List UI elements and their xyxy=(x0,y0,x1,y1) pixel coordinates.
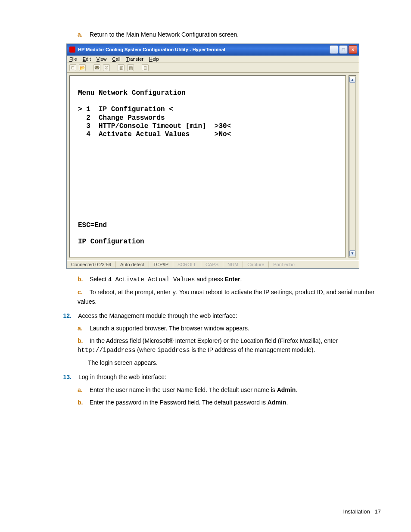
step-13b-text: Enter the password in the Password field… xyxy=(90,399,288,406)
marker-c: c. xyxy=(78,288,84,297)
tool-new-icon[interactable]: 🗋 xyxy=(69,64,76,71)
page-footer: Installation 17 xyxy=(343,508,381,515)
status-echo: Print echo xyxy=(269,261,299,268)
tool-open-icon[interactable]: 📂 xyxy=(79,64,86,71)
window-titlebar[interactable]: HP Modular Cooling System Configuration … xyxy=(67,44,359,56)
step-12b: b. In the Address field (Microsoft® Inte… xyxy=(78,336,385,355)
marker-12a: a. xyxy=(78,324,84,333)
step-c: c. To reboot, at the prompt, enter y. Yo… xyxy=(78,288,385,306)
tool-send-icon[interactable]: ▥ xyxy=(118,64,125,71)
step-13a: a. Enter the user name in the User Name … xyxy=(78,386,385,395)
maximize-button[interactable]: □ xyxy=(339,45,348,54)
status-auto: Auto detect xyxy=(116,261,149,268)
menu-call[interactable]: Call xyxy=(112,56,121,62)
app-icon xyxy=(69,47,75,53)
window-title: HP Modular Cooling System Configuration … xyxy=(78,47,225,52)
scrollbar[interactable]: ▲ ▼ xyxy=(349,75,356,258)
status-connected: Connected 0:23:56 xyxy=(67,261,116,268)
marker-13a: a. xyxy=(78,386,84,395)
toolbar: 🗋 📂 ☎ ✆ ▥ ▤ ⌸ xyxy=(67,63,359,73)
step-13a-text: Enter the user name in the User Name fie… xyxy=(90,386,297,393)
step-12: 12. Access the Management module through… xyxy=(62,311,385,321)
marker-b: b. xyxy=(78,275,84,284)
marker-a: a. xyxy=(78,30,84,39)
marker-12: 12. xyxy=(62,311,72,321)
step-12a-text: Launch a supported browser. The browser … xyxy=(90,325,249,332)
menu-help[interactable]: Help xyxy=(149,56,159,62)
tool-properties-icon[interactable]: ⌸ xyxy=(142,64,149,71)
menu-edit[interactable]: Edit xyxy=(83,56,91,62)
step-12-text: Access the Management module through the… xyxy=(78,312,237,319)
terminal-output[interactable]: Menu Network Configuration > 1 IP Config… xyxy=(69,75,346,258)
status-scroll: SCROLL xyxy=(173,261,201,268)
menu-view[interactable]: View xyxy=(97,56,107,62)
status-num: NUM xyxy=(223,261,243,268)
step-b: b. Select 4 Activate Actual Values and p… xyxy=(78,275,385,284)
marker-13: 13. xyxy=(62,373,72,382)
step-12b-line2: The login screen appears. xyxy=(78,358,385,367)
window-controls: _ □ × xyxy=(330,45,357,54)
marker-13b: b. xyxy=(78,398,84,407)
step-13b: b. Enter the password in the Password fi… xyxy=(78,398,385,407)
step-c-text: To reboot, at the prompt, enter y. You m… xyxy=(78,289,375,305)
step-12b-text: In the Address field (Microsoft® Interne… xyxy=(78,337,338,353)
tool-receive-icon[interactable]: ▤ xyxy=(127,64,134,71)
step-13-text: Log in through the web interface: xyxy=(78,373,166,380)
menu-transfer[interactable]: Transfer xyxy=(126,56,143,62)
tool-connect-icon[interactable]: ☎ xyxy=(93,64,100,71)
status-capture: Capture xyxy=(243,261,269,268)
step-a-text: Return to the Main Menu Network Configur… xyxy=(90,31,239,38)
statusbar: Connected 0:23:56 Auto detect TCP/IP SCR… xyxy=(67,260,359,268)
menubar[interactable]: File Edit View Call Transfer Help xyxy=(67,56,359,63)
tool-disconnect-icon[interactable]: ✆ xyxy=(103,64,110,71)
status-caps: CAPS xyxy=(201,261,223,268)
scroll-up-icon[interactable]: ▲ xyxy=(349,77,355,83)
step-b-text: Select 4 Activate Actual Values and pres… xyxy=(90,276,242,283)
status-proto: TCP/IP xyxy=(149,261,173,268)
menu-file[interactable]: File xyxy=(69,56,77,62)
close-button[interactable]: × xyxy=(349,45,357,54)
scroll-down-icon[interactable]: ▼ xyxy=(349,250,355,256)
hyperterminal-window: HP Modular Cooling System Configuration … xyxy=(66,44,359,269)
minimize-button[interactable]: _ xyxy=(330,45,338,54)
step-13: 13. Log in through the web interface: xyxy=(62,373,385,382)
document-page: a. Return to the Main Menu Network Confi… xyxy=(0,0,411,532)
marker-12b: b. xyxy=(78,336,84,345)
step-a: a. Return to the Main Menu Network Confi… xyxy=(78,30,385,39)
step-12a: a. Launch a supported browser. The brows… xyxy=(78,324,385,333)
